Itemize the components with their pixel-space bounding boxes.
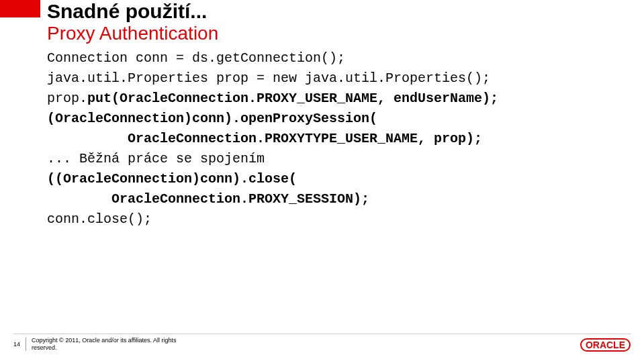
code-line-bold: OracleConnection.PROXYTYPE_USER_NAME, pr… <box>47 129 644 149</box>
copyright-line1: Copyright © 2011, Oracle and/or its affi… <box>32 337 177 344</box>
code-line: prop.put(OracleConnection.PROXY_USER_NAM… <box>47 89 644 109</box>
code-block: Connection conn = ds.getConnection();jav… <box>47 48 644 230</box>
red-accent-block <box>0 0 40 17</box>
footer-vertical-divider <box>26 338 26 351</box>
copyright-line2: reserved. <box>32 344 177 352</box>
code-line: Connection conn = ds.getConnection(); <box>47 48 644 68</box>
code-line-bold: OracleConnection.PROXY_SESSION); <box>47 189 644 209</box>
slide-content: Snadné použití... Proxy Authentication C… <box>0 0 644 230</box>
footer-divider-line <box>13 334 631 334</box>
code-line-bold: (OracleConnection)conn).openProxySession… <box>47 109 644 129</box>
slide-title-sub: Proxy Authentication <box>47 23 644 44</box>
code-bold: put(OracleConnection.PROXY_USER_NAME, en… <box>87 91 498 106</box>
code-line: java.util.Properties prop = new java.uti… <box>47 68 644 89</box>
slide-title-main: Snadné použití... <box>47 0 644 22</box>
code-line: conn.close(); <box>47 209 644 230</box>
copyright-text: Copyright © 2011, Oracle and/or its affi… <box>32 337 177 352</box>
code-line-bold: ((OracleConnection)conn).close( <box>47 169 644 189</box>
oracle-logo-text: ORACLE <box>580 338 631 352</box>
code-text: prop. <box>47 91 87 106</box>
page-number: 14 <box>13 341 20 348</box>
code-line: ... Běžná práce se spojením <box>47 149 644 169</box>
oracle-logo: ORACLE <box>580 338 631 352</box>
slide-footer: 14 Copyright © 2011, Oracle and/or its a… <box>13 337 177 352</box>
